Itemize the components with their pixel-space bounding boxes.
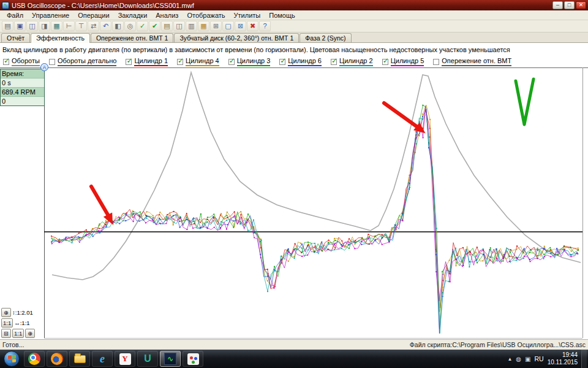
vertical-zoom-button[interactable]: ⊕ (1, 308, 11, 317)
taskbar-usb-app-button[interactable]: U (137, 351, 158, 367)
description-text: Вклад цилиндров в работу двигателя (по в… (2, 46, 510, 53)
series-toggle-4[interactable]: Цилиндр 3 (228, 57, 271, 66)
close-button[interactable]: ✕ (576, 1, 586, 9)
series-checkbox-7[interactable] (382, 59, 388, 65)
tray-overflow-button[interactable]: ▲ (507, 356, 512, 362)
menu-item-7[interactable]: Помощь (265, 11, 300, 20)
script-file-path: Файл скрипта:C:\Program Files\USB Осцилл… (410, 341, 586, 348)
chart-view-button[interactable]: ▦ (51, 21, 62, 31)
grid-dropdown-button[interactable]: ⊞ (210, 21, 222, 31)
accept-button[interactable]: ✓ (137, 21, 148, 31)
taskbar-paint-button[interactable] (183, 351, 203, 367)
menu-item-2[interactable]: Операции (74, 11, 113, 20)
target-button[interactable]: ◎ (124, 21, 136, 31)
series-toggle-bar: ОборотыОбороты детальноЦилиндр 1Цилиндр … (0, 56, 588, 67)
histogram-icon: ▥ (188, 23, 194, 29)
series-toggle-2[interactable]: Цилиндр 1 (126, 57, 168, 66)
palette-dropdown-button[interactable]: ▦ (198, 21, 209, 31)
cylinder-series-4 (53, 114, 578, 334)
tray-icon-2[interactable]: ▣ (525, 356, 530, 362)
menu-item-4[interactable]: Анализ (151, 11, 183, 20)
marker-vertical-button[interactable]: ⊤ (75, 21, 87, 31)
taskbar-oscilloscope-button[interactable]: ∿ (160, 351, 181, 367)
menu-item-6[interactable]: Утилиты (230, 11, 265, 20)
series-label-1: Обороты детально (58, 57, 117, 66)
status-text: Готов... (2, 341, 24, 348)
taskbar-internet-explorer-button[interactable]: e (92, 351, 113, 367)
tab-4[interactable]: Фаза 2 (Sync) (300, 33, 351, 42)
cylinder-series-5 (52, 106, 577, 301)
undo-button[interactable]: ↶ (100, 21, 111, 31)
zoom-in-button[interactable]: ⊕ (25, 329, 35, 338)
measure-area-button[interactable]: ⊠ (235, 21, 246, 31)
minimize-button[interactable]: – (552, 1, 563, 9)
split-view-button[interactable]: ◫ (173, 21, 185, 31)
series-toggle-8[interactable]: Опережение отн. ВМТ (433, 57, 511, 66)
series-toggle-7[interactable]: Цилиндр 5 (382, 57, 424, 66)
help-button[interactable]: ? (259, 21, 271, 31)
oscilloscope-icon: ∿ (164, 353, 176, 365)
zoom-reset-button[interactable]: 1:1 (12, 329, 24, 338)
maximize-button[interactable]: □ (564, 1, 575, 9)
tab-3[interactable]: Зубчатый диск (60-2, 360°) отн. ВМТ 1 (174, 33, 299, 42)
explorer-icon (74, 355, 86, 363)
taskbar-firefox-button[interactable] (47, 351, 67, 367)
start-button[interactable] (4, 351, 20, 367)
notes-button[interactable]: ▤ (161, 21, 173, 31)
tab-2[interactable]: Опережение отн. ВМТ 1 (91, 33, 174, 42)
series-checkbox-0[interactable] (3, 59, 9, 65)
accept-all-icon: ✔ (152, 23, 157, 29)
toolbar: ▤▣◫◨▦⊢⊤⇄↶◧◎✓✔▤◫▥▦⊞▢⊠✖? (0, 20, 588, 33)
series-checkbox-1[interactable] (49, 59, 55, 65)
menu-item-0[interactable]: Файл (2, 11, 28, 20)
delete-button[interactable]: ✖ (247, 21, 258, 31)
menu-item-3[interactable]: Закладки (114, 11, 152, 20)
series-toggle-3[interactable]: Цилиндр 4 (177, 57, 219, 66)
chart-canvas[interactable] (0, 67, 588, 339)
series-checkbox-4[interactable] (228, 59, 235, 65)
selection-dropdown-button[interactable]: ◧ (112, 21, 124, 31)
series-label-6: Цилиндр 2 (339, 57, 373, 66)
taskbar-chrome-button[interactable] (24, 351, 45, 367)
series-label-5: Цилиндр 6 (288, 57, 322, 66)
accept-all-button[interactable]: ✔ (149, 21, 160, 31)
export-image-button[interactable]: ◨ (39, 21, 50, 31)
notes-icon: ▤ (164, 23, 170, 29)
tab-0[interactable]: Отчёт (1, 33, 30, 42)
series-checkbox-2[interactable] (126, 59, 132, 65)
save-button[interactable]: ▣ (14, 21, 26, 31)
vertical-scale-label: ↕:1:2.01 (12, 309, 33, 316)
export-image-icon: ◨ (41, 23, 47, 29)
export-wave-button[interactable]: ◫ (26, 21, 38, 31)
marker-horizontal-button[interactable]: ⊢ (63, 21, 75, 31)
histogram-button[interactable]: ▥ (186, 21, 197, 31)
series-toggle-6[interactable]: Цилиндр 2 (331, 57, 373, 66)
series-label-8: Опережение отн. ВМТ (442, 57, 511, 66)
chart-area[interactable]: A Время: 0 s 689.4 RPM 0 ⊕ ↕:1:2.01 1:1 … (0, 67, 588, 339)
grid-dropdown-icon: ⊞ (213, 23, 219, 29)
zoom-out-button[interactable]: ⊟ (1, 329, 11, 338)
series-toggle-5[interactable]: Цилиндр 6 (279, 57, 322, 66)
cursor-pair-button[interactable]: ⇄ (88, 21, 99, 31)
series-checkbox-5[interactable] (279, 59, 285, 65)
report-button[interactable]: ▤ (2, 21, 13, 31)
series-toggle-1[interactable]: Обороты детально (49, 57, 117, 66)
series-toggle-0[interactable]: Обороты (3, 57, 40, 66)
clock[interactable]: 19:44 10.11.2015 (548, 351, 578, 367)
series-checkbox-3[interactable] (177, 59, 183, 65)
menu-item-1[interactable]: Управление (28, 11, 74, 20)
zoom-controls: ⊕ ↕:1:2.01 1:1 ↔:1:1 ⊟ 1:1 ⊕ (1, 308, 35, 338)
taskbar-yandex-browser-button[interactable]: Y (115, 351, 135, 367)
taskbar-explorer-button[interactable] (69, 351, 90, 367)
show-desktop-button[interactable] (581, 350, 587, 368)
marker-a-badge[interactable]: A (40, 63, 48, 71)
tray-icon-1[interactable]: ◍ (516, 356, 521, 362)
language-indicator[interactable]: RU (535, 355, 544, 362)
tab-1[interactable]: Эффективность (31, 33, 90, 43)
marker-horizontal-icon: ⊢ (66, 23, 72, 29)
series-checkbox-6[interactable] (331, 59, 337, 65)
menu-item-5[interactable]: Отображать (183, 11, 229, 20)
series-checkbox-8[interactable] (433, 59, 439, 65)
monitor-button[interactable]: ▢ (222, 21, 234, 31)
reset-scale-button[interactable]: 1:1 (1, 318, 13, 328)
